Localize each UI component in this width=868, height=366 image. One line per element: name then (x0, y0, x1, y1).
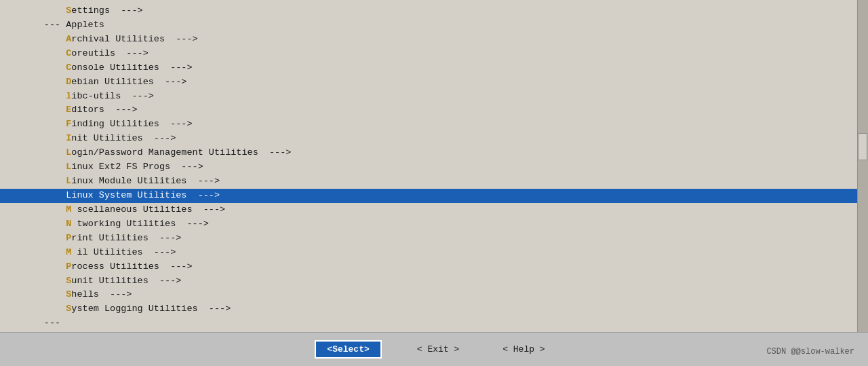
menu-item-11[interactable]: Linux Ext2 FS Progs ---> (0, 160, 868, 175)
menu-item-shortcut: P (66, 232, 71, 246)
menu-item-label: tworking Utilities ---> (71, 217, 209, 232)
menu-item-shortcut: S (66, 302, 71, 316)
menu-item-5[interactable]: Debian Utilities ---> (0, 75, 868, 90)
menu-item-shortcut: E (66, 103, 71, 117)
menu-item-label: inux Module Utilities ---> (71, 175, 220, 189)
menu-item-shortcut: S (66, 274, 71, 289)
menu-item-2[interactable]: Archival Utilities ---> (0, 33, 868, 47)
menu-item-label: --- (0, 316, 60, 331)
menu-item-label: hells ---> (71, 288, 132, 302)
menu-item-prefix (0, 61, 66, 75)
menu-item-prefix (0, 90, 66, 104)
menu-item-19[interactable]: Sunit Utilities ---> (0, 274, 868, 289)
menu-item-22[interactable]: --- (0, 316, 868, 331)
menu-item-prefix (0, 75, 66, 90)
menu-item-prefix (0, 117, 66, 132)
menu-item-prefix (0, 288, 66, 302)
menu-item-9[interactable]: Init Utilities ---> (0, 132, 868, 146)
menu-item-shortcut: L (66, 175, 71, 189)
menu-item-13[interactable]: Linux System Utilities ---> (0, 189, 868, 203)
menu-item-6[interactable]: libc-utils ---> (0, 90, 868, 104)
menu-item-shortcut: F (66, 117, 71, 132)
menu-item-prefix (0, 274, 66, 289)
menu-item-prefix (0, 246, 66, 260)
menu-item-prefix (0, 302, 66, 316)
menu-item-prefix (0, 217, 66, 232)
menu-item-3[interactable]: Coreutils ---> (0, 47, 868, 61)
menu-item-15[interactable]: N tworking Utilities ---> (0, 217, 868, 232)
menu-item-label: unit Utilities ---> (71, 274, 181, 289)
menu-item-shortcut: C (66, 61, 71, 75)
menu-item-label: oreutils ---> (71, 47, 148, 61)
menu-item-shortcut: L (66, 146, 71, 160)
menu-item-label: ystem Logging Utilities ---> (71, 302, 231, 316)
menu-item-prefix (0, 47, 66, 61)
scrollbar-thumb[interactable] (858, 133, 867, 160)
menu-item-shortcut: M (66, 246, 71, 260)
menu-item-prefix (0, 232, 66, 246)
menu-area: Settings ---> --- Applets Archival Utili… (0, 0, 868, 332)
menu-item-shortcut: C (66, 47, 71, 61)
menu-item-label: ebian Utilities ---> (71, 75, 186, 90)
menu-item-12[interactable]: Linux Module Utilities ---> (0, 175, 868, 189)
menu-item-prefix (0, 103, 66, 117)
menu-item-4[interactable]: Console Utilities ---> (0, 61, 868, 75)
menu-item-prefix (0, 260, 66, 274)
menu-item-label: rocess Utilities ---> (71, 260, 192, 274)
menu-item-shortcut: I (66, 132, 71, 146)
watermark: CSDN @@slow-walker (766, 347, 854, 356)
menu-item-shortcut: D (66, 75, 71, 90)
menu-item-18[interactable]: Process Utilities ---> (0, 260, 868, 274)
menu-item-label: inux Ext2 FS Progs ---> (71, 160, 203, 175)
menu-item-20[interactable]: Shells ---> (0, 288, 868, 302)
menu-item-label: rchival Utilities ---> (71, 33, 197, 47)
menu-item-17[interactable]: M il Utilities ---> (0, 246, 868, 260)
menu-item-label: ettings ---> (71, 4, 142, 18)
menu-item-shortcut: S (66, 288, 71, 302)
menu-item-label: inding Utilities ---> (71, 117, 192, 132)
menu-item-7[interactable]: Editors ---> (0, 103, 868, 117)
menu-item-shortcut: l (66, 90, 71, 104)
menu-item-shortcut: M (66, 203, 71, 217)
select-button[interactable]: <Select> (315, 340, 381, 359)
scrollbar[interactable] (857, 0, 868, 332)
menu-item-prefix (0, 4, 66, 18)
menu-item-label: ogin/Password Management Utilities ---> (71, 146, 291, 160)
menu-item-prefix (0, 175, 66, 189)
menu-item-label: scellaneous Utilities ---> (71, 203, 225, 217)
menu-list: Settings ---> --- Applets Archival Utili… (0, 0, 868, 332)
exit-button[interactable]: < Exit > (409, 342, 467, 357)
menu-item-0[interactable]: Settings ---> (0, 4, 868, 18)
menu-item-shortcut: L (66, 160, 71, 175)
menu-item-8[interactable]: Finding Utilities ---> (0, 117, 868, 132)
menu-item-shortcut: N (66, 217, 71, 232)
menu-item-1[interactable]: --- Applets (0, 18, 868, 33)
menu-item-label: ditors ---> (71, 103, 137, 117)
menu-item-shortcut: S (66, 4, 71, 18)
menu-item-label: rint Utilities ---> (71, 232, 181, 246)
menu-item-prefix (0, 203, 66, 217)
bottom-bar: <Select> < Exit > < Help > CSDN @@slow-w… (0, 332, 868, 366)
menu-item-label: nit Utilities ---> (71, 132, 176, 146)
menu-item-label: il Utilities ---> (71, 246, 176, 260)
help-button[interactable]: < Help > (494, 342, 553, 357)
menu-item-shortcut: P (66, 260, 71, 274)
menu-item-10[interactable]: Login/Password Management Utilities ---> (0, 146, 868, 160)
menu-item-label: ibc-utils ---> (71, 90, 154, 104)
menu-item-14[interactable]: M scellaneous Utilities ---> (0, 203, 868, 217)
menu-item-label: onsole Utilities ---> (71, 61, 192, 75)
menu-item-prefix (0, 160, 66, 175)
menu-item-prefix (0, 33, 66, 47)
menu-item-shortcut: A (66, 33, 71, 47)
menu-item-21[interactable]: System Logging Utilities ---> (0, 302, 868, 316)
menu-item-label: --- Applets (0, 18, 104, 33)
menu-item-prefix (0, 132, 66, 146)
menu-item-prefix (0, 146, 66, 160)
menu-item-16[interactable]: Print Utilities ---> (0, 232, 868, 246)
menu-item-label: Linux System Utilities ---> (0, 189, 220, 203)
